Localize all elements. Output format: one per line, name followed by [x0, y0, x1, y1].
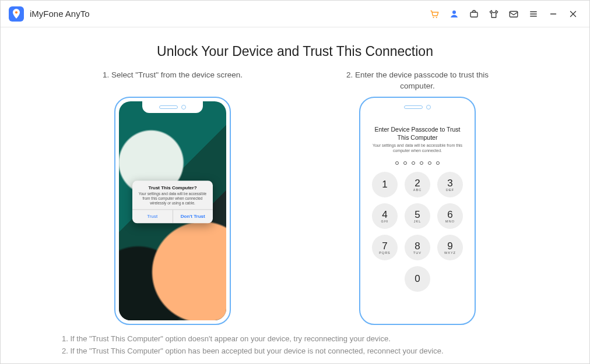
dont-trust-button: Don't Trust: [173, 210, 213, 224]
tshirt-icon[interactable]: [486, 6, 502, 22]
key-2: 2ABC: [405, 172, 430, 197]
trust-button: Trust: [132, 210, 173, 224]
key-3: 3DEF: [437, 172, 463, 197]
keypad: 1 2ABC 3DEF 4GHI 5JKL 6MNO 7PQRS 8TUV 9W…: [364, 172, 471, 292]
step1-column: 1. Select "Trust" from the device screen…: [91, 70, 254, 325]
app-logo: [9, 6, 24, 22]
account-icon[interactable]: [446, 6, 462, 22]
passcode-subtitle: Your settings and data will be accessibl…: [372, 143, 463, 153]
trust-dialog-subtitle: Your settings and data will be accessibl…: [136, 192, 209, 206]
mail-icon[interactable]: [505, 6, 522, 22]
cart-icon[interactable]: [426, 6, 442, 22]
key-0: 0: [405, 266, 430, 292]
footer-notes: 1. If the "Trust This Computer" option d…: [62, 333, 528, 358]
key-7: 7PQRS: [372, 235, 398, 260]
svg-rect-5: [510, 11, 518, 17]
step2-column: 2. Enter the device passcode to trust th…: [336, 70, 499, 325]
briefcase-icon[interactable]: [466, 6, 482, 22]
passcode-title: Enter Device Passcode to Trust This Comp…: [372, 126, 463, 142]
key-8: 8TUV: [405, 235, 430, 260]
main-content: Unlock Your Device and Trust This Connec…: [1, 27, 589, 363]
minimize-button[interactable]: [545, 6, 561, 22]
titlebar: iMyFone AnyTo: [1, 1, 589, 27]
location-pin-icon: [12, 8, 21, 20]
key-5: 5JKL: [405, 203, 430, 229]
phone-notch: [387, 101, 448, 113]
svg-point-1: [433, 16, 434, 17]
step1-text: 1. Select "Trust" from the device screen…: [91, 70, 254, 93]
trust-dialog: Trust This Computer? Your settings and d…: [132, 181, 213, 223]
app-title: iMyFone AnyTo: [30, 9, 90, 19]
phone-illustration-passcode: Enter Device Passcode to Trust This Comp…: [359, 97, 476, 325]
svg-point-2: [436, 16, 437, 17]
page-heading: Unlock Your Device and Trust This Connec…: [24, 44, 566, 59]
menu-icon[interactable]: [525, 6, 542, 22]
key-9: 9WXYZ: [437, 235, 463, 260]
key-6: 6MNO: [437, 203, 463, 229]
svg-point-0: [15, 11, 17, 13]
passcode-dots: [364, 161, 471, 165]
key-1: 1: [372, 172, 398, 197]
trust-dialog-title: Trust This Computer?: [136, 185, 209, 190]
note-2: 2. If the "Trust This Computer" option h…: [62, 345, 528, 358]
phone-notch: [142, 101, 203, 113]
phone-illustration-trust: Trust This Computer? Your settings and d…: [114, 97, 231, 325]
step2-text: 2. Enter the device passcode to trust th…: [336, 70, 499, 93]
note-1: 1. If the "Trust This Computer" option d…: [62, 333, 528, 345]
svg-point-3: [452, 10, 456, 14]
svg-rect-4: [470, 12, 477, 17]
close-button[interactable]: [565, 6, 581, 22]
titlebar-actions: [426, 6, 581, 22]
key-4: 4GHI: [372, 203, 398, 229]
